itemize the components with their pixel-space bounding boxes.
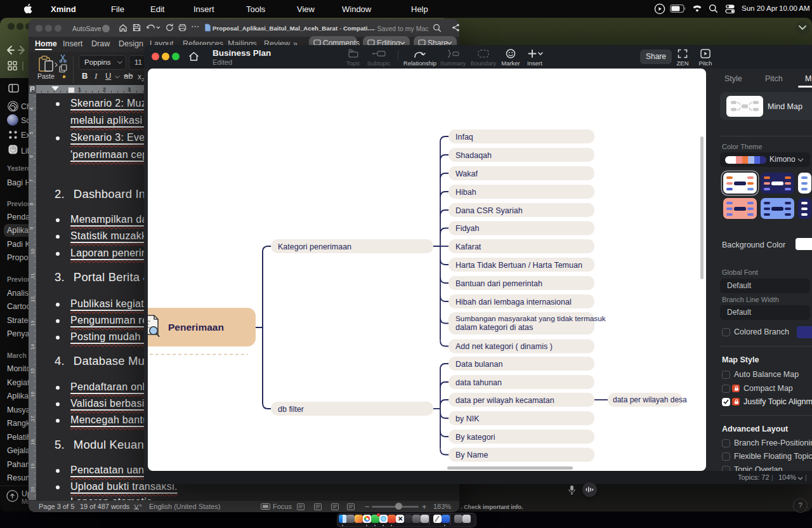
svg-text:Add net kategori ( dinamis ): Add net kategori ( dinamis ) <box>455 342 553 351</box>
svg-text:Hibah: Hibah <box>455 188 476 197</box>
svg-text:Fidyah: Fidyah <box>455 224 480 233</box>
svg-text:Wakaf: Wakaf <box>455 169 478 178</box>
svg-text:dalam kategori di atas: dalam kategori di atas <box>455 323 533 332</box>
svg-text:db filter: db filter <box>278 405 304 414</box>
svg-text:Data bulanan: Data bulanan <box>455 360 502 369</box>
svg-text:Bantuan dari pemerintah: Bantuan dari pemerintah <box>455 279 542 288</box>
svg-text:Kafarat: Kafarat <box>455 242 481 251</box>
svg-text:By kategori: By kategori <box>455 433 495 442</box>
svg-text:data per wilayah kecamatan: data per wilayah kecamatan <box>455 396 554 405</box>
svg-text:Penerimaan: Penerimaan <box>168 322 224 333</box>
svg-text:Infaq: Infaq <box>455 133 473 142</box>
svg-text:by NIK: by NIK <box>455 414 480 423</box>
svg-text:Dana CSR Syariah: Dana CSR Syariah <box>455 206 523 215</box>
svg-text:data per wilayah desa: data per wilayah desa <box>613 395 687 404</box>
svg-text:Sumbangan masyarakat yang tida: Sumbangan masyarakat yang tidak termasuk <box>455 314 606 323</box>
svg-text:data tahunan: data tahunan <box>455 378 502 387</box>
svg-text:Harta Tidak Bertuan / Harta Te: Harta Tidak Bertuan / Harta Temuan <box>455 261 582 270</box>
svg-text:By Name: By Name <box>455 451 488 459</box>
svg-text:Hibah dari lembaga internasion: Hibah dari lembaga internasional <box>455 298 572 307</box>
svg-text:Shadaqah: Shadaqah <box>455 151 492 160</box>
svg-text:Kategori penerimaan: Kategori penerimaan <box>278 242 351 251</box>
